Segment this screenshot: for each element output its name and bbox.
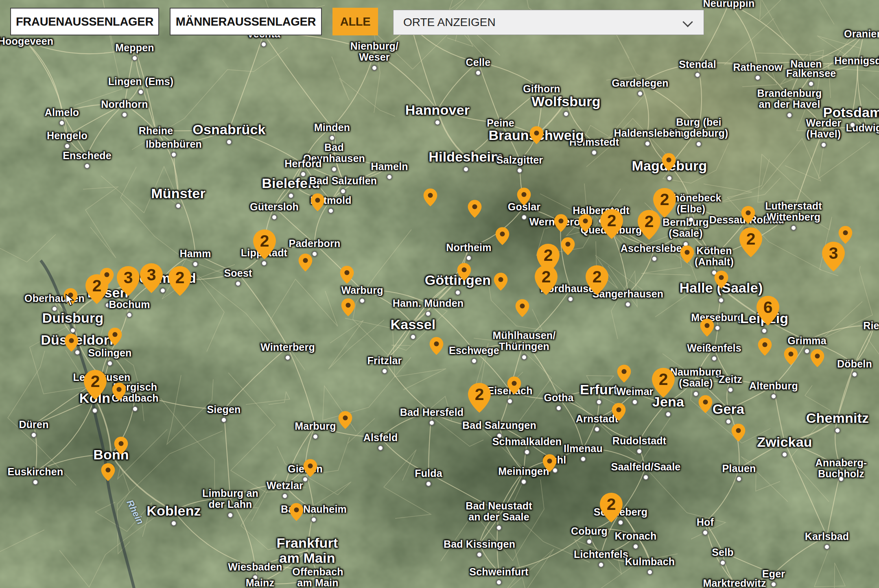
map-marker[interactable] <box>337 265 356 286</box>
map-marker[interactable] <box>287 503 306 523</box>
cluster-marker[interactable]: 2 <box>581 264 613 298</box>
map-marker[interactable] <box>308 193 327 214</box>
svg-text:2: 2 <box>544 246 553 265</box>
map-marker[interactable] <box>109 382 129 403</box>
map-marker[interactable] <box>696 395 715 415</box>
map-marker[interactable] <box>455 262 474 283</box>
cluster-marker[interactable]: 2 <box>647 367 679 400</box>
svg-text:2: 2 <box>746 230 756 249</box>
map-marker[interactable] <box>551 214 571 234</box>
svg-text:2: 2 <box>542 268 551 286</box>
cluster-marker[interactable]: 2 <box>530 264 562 298</box>
svg-text:2: 2 <box>260 232 269 251</box>
cluster-marker[interactable]: 2 <box>595 492 627 525</box>
map-marker[interactable] <box>98 463 118 483</box>
map-marker[interactable] <box>808 349 827 369</box>
svg-text:2: 2 <box>92 277 102 295</box>
frauenaussenlager-filter-button[interactable]: FRAUENAUSSENLAGER <box>10 8 159 35</box>
map-marker[interactable] <box>339 298 358 319</box>
map-marker[interactable] <box>427 337 446 357</box>
map-marker[interactable] <box>527 126 546 146</box>
cluster-marker[interactable]: 2 <box>79 369 111 402</box>
map-marker[interactable] <box>739 205 758 226</box>
map-marker[interactable] <box>62 333 81 354</box>
map-marker[interactable] <box>514 187 534 208</box>
dropdown-selected-value: ORTE ANZEIGEN <box>403 16 496 29</box>
cluster-marker[interactable]: 2 <box>164 265 196 299</box>
map-marker[interactable] <box>712 270 731 291</box>
svg-text:2: 2 <box>607 495 616 514</box>
map-marker[interactable] <box>513 299 532 319</box>
map-marker[interactable] <box>105 327 125 348</box>
map-marker[interactable] <box>505 376 524 397</box>
orte-anzeigen-dropdown[interactable]: ORTE ANZEIGEN <box>393 10 704 35</box>
cluster-marker[interactable]: 3 <box>818 241 849 274</box>
map-marker[interactable] <box>301 459 320 479</box>
svg-text:6: 6 <box>763 298 773 317</box>
map-marker[interactable] <box>678 245 697 266</box>
map-marker[interactable] <box>614 364 634 385</box>
map-marker[interactable] <box>421 188 440 209</box>
map-marker[interactable] <box>336 411 355 431</box>
map-marker[interactable] <box>609 402 628 423</box>
map-marker[interactable] <box>781 347 800 367</box>
chevron-down-icon <box>682 17 693 27</box>
svg-text:2: 2 <box>660 190 669 209</box>
cluster-marker[interactable]: 2 <box>596 208 628 242</box>
map-marker[interactable] <box>698 318 717 339</box>
map-marker[interactable] <box>755 337 774 358</box>
svg-text:2: 2 <box>175 269 185 287</box>
svg-text:2: 2 <box>593 268 602 286</box>
maenneraussenlager-filter-button[interactable]: MÄNNERAUSSENLAGER <box>170 8 322 35</box>
svg-text:3: 3 <box>124 269 133 287</box>
svg-text:2: 2 <box>607 212 617 230</box>
map-app: HoogeveenMeppenVechtaNienburg/ WeserCell… <box>0 0 879 588</box>
map-marker[interactable] <box>659 153 678 173</box>
cluster-marker[interactable]: 2 <box>81 273 113 307</box>
svg-text:2: 2 <box>659 370 668 389</box>
svg-text:3: 3 <box>829 244 838 263</box>
map-marker[interactable] <box>465 199 484 220</box>
map-marker[interactable] <box>576 214 595 234</box>
cluster-marker[interactable]: 2 <box>464 382 495 415</box>
cluster-marker[interactable]: 2 <box>633 209 665 243</box>
svg-text:2: 2 <box>475 385 484 404</box>
svg-text:2: 2 <box>91 372 100 391</box>
map-marker[interactable] <box>493 227 512 247</box>
alle-filter-button[interactable]: ALLE <box>332 8 378 35</box>
map-marker[interactable] <box>296 253 315 274</box>
map-marker[interactable] <box>729 423 748 444</box>
svg-text:2: 2 <box>645 212 654 231</box>
cluster-marker[interactable]: 3 <box>112 265 144 299</box>
cluster-marker[interactable]: 6 <box>752 295 784 328</box>
svg-text:3: 3 <box>147 266 156 284</box>
cluster-marker[interactable]: 2 <box>249 229 280 262</box>
map-marker[interactable] <box>491 272 510 293</box>
mouse-cursor <box>65 294 77 308</box>
markers-layer: 2 2 2 2 2 <box>0 0 879 588</box>
map-marker[interactable] <box>112 436 131 457</box>
map-marker[interactable] <box>540 454 559 474</box>
cluster-marker[interactable]: 2 <box>735 227 767 260</box>
